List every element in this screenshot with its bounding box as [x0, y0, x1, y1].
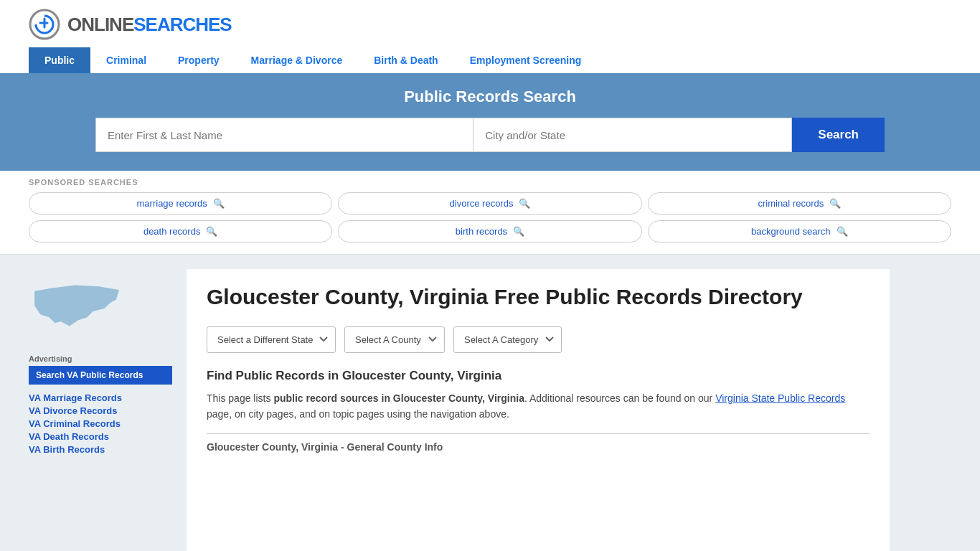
desc-part3: page, on city pages, and on topic pages … [207, 408, 509, 420]
list-item: VA Divorce Records [29, 405, 172, 416]
sidebar: Advertising Search VA Public Records VA … [29, 269, 172, 551]
search-icon-criminal: 🔍 [829, 198, 841, 209]
content-area: Gloucester County, Virginia Free Public … [187, 269, 890, 551]
state-dropdown[interactable]: Select a Different State [207, 326, 336, 353]
desc-part2: . Additional resources can be found on o… [524, 392, 715, 404]
sponsored-link-death[interactable]: death records 🔍 [29, 220, 332, 242]
list-item: VA Death Records [29, 430, 172, 442]
logo-area: ONLINE SEARCHES [29, 9, 951, 40]
advertising-label: Advertising [29, 354, 172, 363]
sponsored-link-death-text: death records [143, 226, 201, 237]
main-nav: Public Criminal Property Marriage & Divo… [29, 47, 951, 73]
sponsored-label: SPONSORED SEARCHES [29, 178, 951, 187]
dropdowns-row: Select a Different State Select A County… [207, 326, 870, 353]
sponsored-link-criminal-text: criminal records [758, 198, 824, 209]
county-dropdown[interactable]: Select A County [344, 326, 445, 353]
sponsored-link-background-text: background search [751, 226, 831, 237]
desc-part1: This page lists [207, 392, 273, 404]
sponsored-link-birth-text: birth records [456, 226, 507, 237]
nav-item-public[interactable]: Public [29, 47, 90, 73]
list-item: VA Criminal Records [29, 418, 172, 429]
state-records-link[interactable]: Virginia State Public Records [715, 392, 845, 404]
logo-icon [29, 9, 60, 40]
banner-title: Public Records Search [29, 88, 951, 106]
sidebar-link-criminal[interactable]: VA Criminal Records [29, 418, 121, 429]
sidebar-links: VA Marriage Records VA Divorce Records V… [29, 392, 172, 455]
county-info-bar: Gloucester County, Virginia - General Co… [207, 433, 870, 453]
search-icon-marriage: 🔍 [213, 198, 225, 209]
find-records-label: Find Public Records in Gloucester County… [207, 369, 870, 383]
sponsored-link-marriage[interactable]: marriage records 🔍 [29, 192, 332, 215]
nav-item-marriage-divorce[interactable]: Marriage & Divorce [235, 47, 359, 73]
nav-item-property[interactable]: Property [162, 47, 235, 73]
sponsored-link-background[interactable]: background search 🔍 [648, 220, 951, 242]
nav-item-criminal[interactable]: Criminal [90, 47, 162, 73]
sponsored-link-criminal[interactable]: criminal records 🔍 [648, 192, 951, 215]
list-item: VA Marriage Records [29, 392, 172, 403]
sponsored-link-divorce-text: divorce records [450, 198, 514, 209]
description-text: This page lists public record sources in… [207, 390, 870, 423]
location-search-input[interactable] [473, 118, 792, 152]
sidebar-link-birth[interactable]: VA Birth Records [29, 444, 105, 455]
search-icon-death: 🔍 [206, 226, 217, 237]
sidebar-link-marriage[interactable]: VA Marriage Records [29, 392, 122, 403]
category-dropdown[interactable]: Select A Category [453, 326, 562, 353]
sponsored-link-divorce[interactable]: divorce records 🔍 [338, 192, 641, 215]
search-icon-birth: 🔍 [513, 226, 524, 237]
list-item: VA Birth Records [29, 443, 172, 455]
sidebar-link-divorce[interactable]: VA Divorce Records [29, 405, 118, 416]
nav-item-employment[interactable]: Employment Screening [454, 47, 598, 73]
search-icon-divorce: 🔍 [519, 198, 530, 209]
page-title: Gloucester County, Virginia Free Public … [207, 283, 870, 311]
main-content: Advertising Search VA Public Records VA … [0, 255, 918, 551]
search-icon-background: 🔍 [837, 226, 848, 237]
sponsored-link-birth[interactable]: birth records 🔍 [338, 220, 641, 242]
search-row: Search [95, 118, 885, 152]
sidebar-ad-button[interactable]: Search VA Public Records [29, 366, 172, 385]
header: ONLINE SEARCHES Public Criminal Property… [0, 0, 980, 73]
name-search-input[interactable] [95, 118, 473, 152]
virginia-map [29, 276, 122, 341]
sidebar-link-death[interactable]: VA Death Records [29, 431, 109, 442]
logo-text-searches: SEARCHES [133, 14, 231, 36]
sponsored-section: SPONSORED SEARCHES marriage records 🔍 di… [0, 171, 980, 255]
search-button[interactable]: Search [792, 118, 885, 152]
search-banner: Public Records Search Search [0, 73, 980, 171]
sponsored-links-grid: marriage records 🔍 divorce records 🔍 cri… [29, 192, 951, 242]
desc-bold1: public record sources in Gloucester Coun… [273, 392, 524, 404]
sponsored-link-marriage-text: marriage records [137, 198, 207, 209]
logo-text-online: ONLINE [67, 14, 133, 36]
nav-item-birth-death[interactable]: Birth & Death [358, 47, 453, 73]
